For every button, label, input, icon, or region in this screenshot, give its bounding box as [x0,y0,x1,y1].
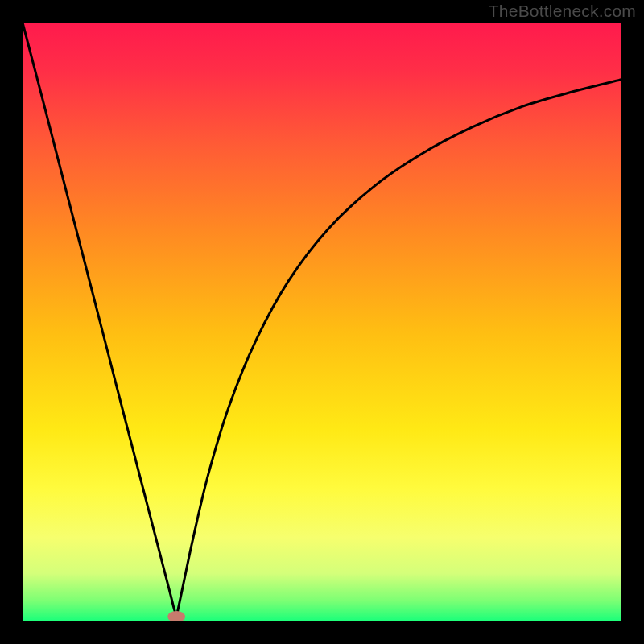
chart-svg [23,23,621,621]
watermark-text: TheBottleneck.com [489,2,636,21]
gradient-background [23,23,621,621]
chart-frame: TheBottleneck.com [0,0,644,644]
plot-area [23,23,621,621]
